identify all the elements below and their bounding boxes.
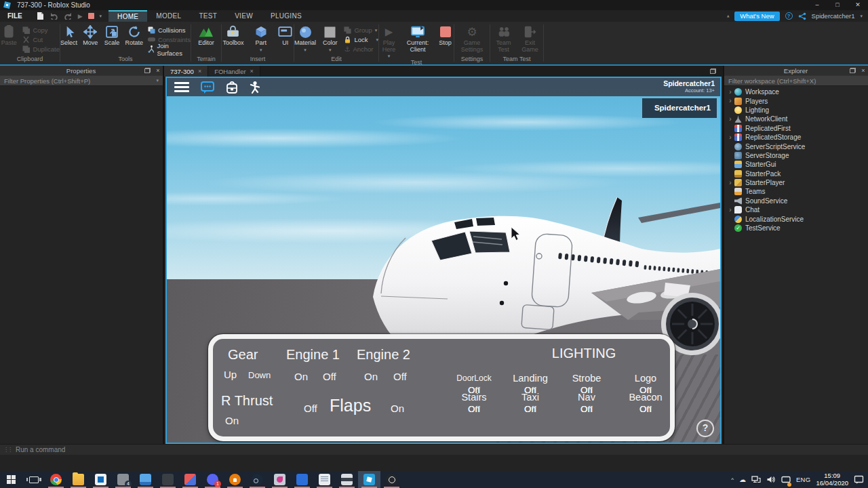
tab-fohandler-script[interactable]: FOHandler × xyxy=(208,66,260,77)
clock[interactable]: 15:09 16/04/2020 xyxy=(816,472,848,487)
part-caret-icon[interactable]: ▾ xyxy=(260,47,262,53)
redo-icon[interactable] xyxy=(64,12,73,20)
beacon-off-button[interactable]: Off xyxy=(639,404,652,414)
taskbar-app-roblox-studio[interactable] xyxy=(358,471,380,488)
close-tab-icon[interactable]: × xyxy=(250,68,254,75)
backpack-icon[interactable] xyxy=(226,81,238,94)
network-icon[interactable] xyxy=(751,476,761,483)
help-bubble-button[interactable]: ? xyxy=(696,420,714,437)
filter-caret-icon[interactable]: ▾ xyxy=(156,78,159,83)
expand-arrow-icon[interactable]: › xyxy=(726,88,734,96)
touch-keyboard-icon[interactable] xyxy=(781,474,791,486)
material-caret-icon[interactable]: ▾ xyxy=(304,47,307,53)
taskbar-app-typewriter[interactable] xyxy=(157,471,179,488)
game-menu-icon[interactable] xyxy=(174,82,189,92)
whats-new-button[interactable]: What's New xyxy=(734,12,779,21)
explorer-item-networkclient[interactable]: ›NetworkClient xyxy=(724,115,868,123)
play-quick-icon[interactable]: ▶ xyxy=(78,13,83,20)
explorer-item-replicatedstorage[interactable]: ›ReplicatedStorage xyxy=(724,133,868,142)
gear-up-button[interactable]: Up xyxy=(224,369,237,380)
expand-arrow-icon[interactable]: › xyxy=(726,179,734,187)
taskbar-app-blender[interactable] xyxy=(224,471,246,488)
close-panel-icon[interactable]: × xyxy=(859,67,868,74)
ribbon-collapse-icon[interactable]: ▾ xyxy=(727,14,730,19)
tab-game-view[interactable]: 737-300 × xyxy=(164,66,208,77)
character-icon[interactable] xyxy=(250,81,260,94)
doorlock-off-button[interactable]: Off xyxy=(468,385,480,395)
taskbar-app-file-explorer[interactable] xyxy=(67,471,90,488)
maximize-button[interactable]: □ xyxy=(827,0,848,10)
copy-button[interactable]: Copy xyxy=(22,26,60,35)
scale-tool-button[interactable]: Scale xyxy=(104,24,121,56)
explorer-item-starterplayer[interactable]: ›StarterPlayer xyxy=(724,178,868,187)
account-menu[interactable]: Spidercatcher1 xyxy=(812,12,855,20)
expand-arrow-icon[interactable]: › xyxy=(726,206,734,214)
stairs-off-button[interactable]: Off xyxy=(468,404,480,414)
taskbar-app-chrome[interactable] xyxy=(45,471,67,488)
explorer-item-serverstorage[interactable]: ServerStorage xyxy=(724,151,868,160)
flaps-off-button[interactable]: Off xyxy=(304,403,317,414)
close-tab-icon[interactable]: × xyxy=(198,68,201,75)
taskbar-app-notepad[interactable] xyxy=(313,471,336,488)
strobe-off-button[interactable]: Off xyxy=(580,385,593,395)
float-panel-icon[interactable] xyxy=(850,68,856,73)
expand-arrow-icon[interactable]: › xyxy=(726,134,734,142)
explorer-item-soundservice[interactable]: SoundService xyxy=(724,197,868,205)
taskbar-app-paint[interactable] xyxy=(179,471,201,488)
explorer-filter-input[interactable]: Filter workspace (Ctrl+Shift+X) xyxy=(724,75,868,86)
explorer-item-localizationservice[interactable]: LocalizationService xyxy=(724,214,868,223)
explorer-item-players[interactable]: ›Players xyxy=(724,96,868,105)
float-viewport-icon[interactable] xyxy=(710,68,716,74)
play-here-button[interactable]: ▶ Play Here ▾ xyxy=(379,24,399,59)
action-center-icon[interactable] xyxy=(854,475,864,484)
tab-test[interactable]: TEST xyxy=(190,10,226,22)
drag-handle-icon[interactable]: ⋮⋮ xyxy=(0,447,16,453)
landing-off-button[interactable]: Off xyxy=(524,385,536,395)
taskbar-app-discord[interactable]: 1 xyxy=(201,471,224,488)
explorer-item-startergui[interactable]: StarterGui xyxy=(724,160,868,169)
language-indicator[interactable]: ENG xyxy=(796,476,811,483)
taskbar-app-steam[interactable] xyxy=(246,471,269,488)
part-button[interactable]: Part ▾ xyxy=(250,24,273,56)
engine1-on-button[interactable]: On xyxy=(294,371,308,382)
command-input[interactable] xyxy=(16,446,868,453)
explorer-item-serverscriptservice[interactable]: ServerScriptService xyxy=(724,142,868,150)
collisions-button[interactable]: Collisions xyxy=(148,26,191,35)
undo-icon[interactable] xyxy=(50,12,58,20)
group-button[interactable]: Group▾ xyxy=(344,26,378,35)
quick-access-caret-icon[interactable]: ▾ xyxy=(100,14,102,19)
close-panel-icon[interactable]: × xyxy=(153,67,163,74)
flaps-on-button[interactable]: On xyxy=(391,403,404,414)
select-tool-button[interactable]: Select xyxy=(60,24,77,56)
explorer-item-lighting[interactable]: Lighting xyxy=(724,106,868,115)
taskbar-app-bluebox[interactable] xyxy=(291,471,313,488)
help-icon[interactable]: ? xyxy=(785,12,793,20)
reverse-thrust-on-button[interactable]: On xyxy=(225,415,239,426)
engine2-on-button[interactable]: On xyxy=(364,371,378,382)
expand-arrow-icon[interactable]: › xyxy=(726,97,734,105)
anchor-button[interactable]: ⚓Anchor xyxy=(344,45,378,54)
properties-filter-input[interactable]: Filter Properties (Ctrl+Shift+P) ▾ xyxy=(0,75,163,86)
volume-icon[interactable] xyxy=(766,476,776,483)
close-button[interactable]: ✕ xyxy=(848,0,868,10)
expand-arrow-icon[interactable]: › xyxy=(726,115,734,123)
team-test-button[interactable]: Team Test xyxy=(493,24,515,56)
taskbar-app-paint3d[interactable] xyxy=(269,471,291,488)
stop-quick-icon[interactable] xyxy=(88,13,94,19)
taskbar-app-store[interactable] xyxy=(90,471,112,488)
cut-button[interactable]: Cut xyxy=(22,35,60,44)
engine2-off-button[interactable]: Off xyxy=(393,371,407,382)
task-view-button[interactable] xyxy=(22,471,45,488)
taxi-off-button[interactable]: Off xyxy=(524,404,536,414)
paste-button[interactable]: Paste xyxy=(0,24,18,56)
current-client-button[interactable]: Current: Client xyxy=(403,24,432,59)
gear-down-button[interactable]: Down xyxy=(248,370,271,380)
explorer-item-starterpack[interactable]: StarterPack xyxy=(724,169,868,178)
explorer-item-replicatedfirst[interactable]: ReplicatedFirst xyxy=(724,124,868,133)
color-button[interactable]: Color ▾ xyxy=(321,24,339,56)
explorer-item-teams[interactable]: Teams xyxy=(724,187,868,196)
move-tool-button[interactable]: Move xyxy=(82,24,99,56)
explorer-item-workspace[interactable]: ›Workspace xyxy=(724,87,868,96)
terrain-editor-button[interactable]: Editor xyxy=(194,24,218,56)
game-viewport[interactable]: Spidercatcher1 Account: 13+ Spidercatche… xyxy=(165,77,722,444)
